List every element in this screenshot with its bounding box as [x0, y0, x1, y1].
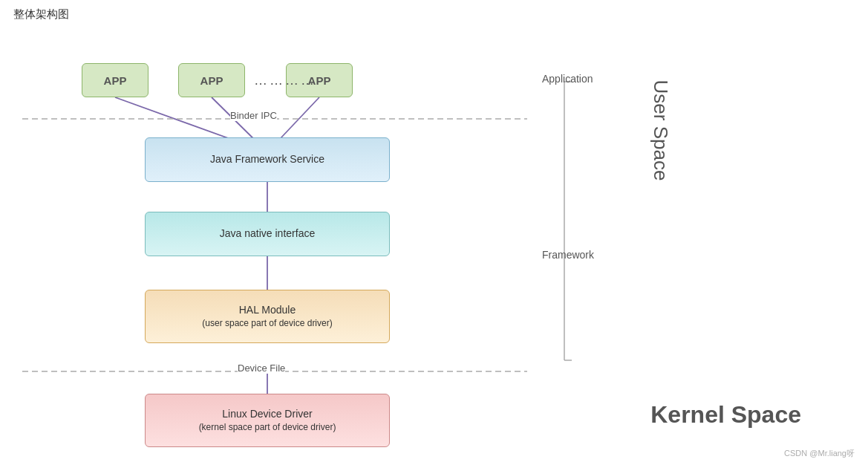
binder-ipc-label: Binder IPC: [230, 110, 277, 121]
app-box-2: APP: [178, 63, 245, 97]
linux-driver-box: Linux Device Driver (kernel space part o…: [145, 394, 390, 447]
framework-label: Framework: [542, 249, 578, 261]
hal-module-box: HAL Module (user space part of device dr…: [145, 290, 390, 343]
diagram-container: APP APP APP ………… Binder IPC Java Framewo…: [0, 22, 868, 465]
kernel-space-label: Kernel Space: [650, 401, 801, 429]
user-space-label: User Space: [649, 56, 672, 205]
device-file-label: Device File: [238, 362, 285, 374]
application-label: Application: [542, 73, 593, 85]
java-framework-box: Java Framework Service: [145, 137, 390, 182]
page-title: 整体架构图: [13, 7, 69, 22]
app-dots: …………: [254, 73, 316, 88]
watermark: CSDN @Mr.liang呀: [784, 448, 855, 459]
java-native-box: Java native interface: [145, 212, 390, 256]
app-box-1: APP: [82, 63, 149, 97]
